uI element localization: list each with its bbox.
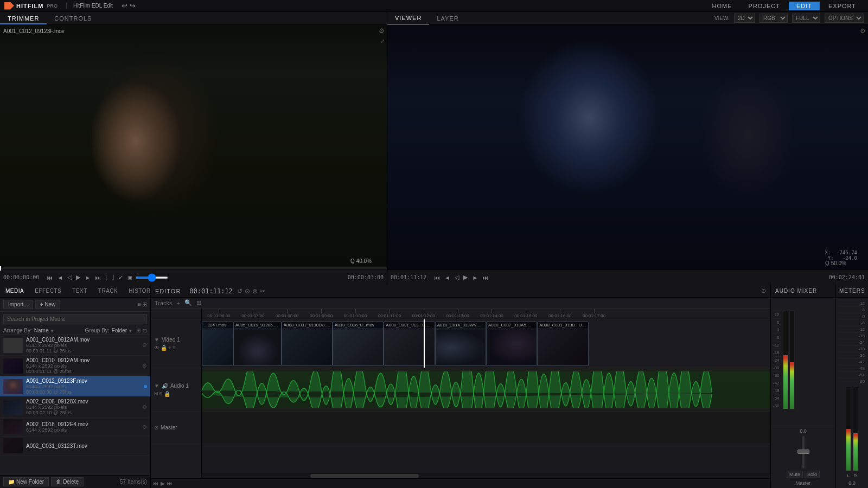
video-clip[interactable]: A008_C031_913D...U.mov — [537, 322, 588, 366]
trimmer-btn-overwrite[interactable]: ▣ — [126, 275, 133, 280]
trimmer-btn-play[interactable]: ▶ — [75, 274, 81, 281]
tab-viewer[interactable]: VIEWER — [387, 11, 429, 25]
trimmer-btn-to-end[interactable]: ⏭ — [94, 274, 102, 281]
video-track-toggle[interactable]: ▼ — [154, 337, 159, 343]
trimmer-btn-prev-frame[interactable]: ◄ — [56, 274, 64, 281]
tab-media[interactable]: MEDIA — [0, 285, 29, 298]
full-select[interactable]: FULLHALF — [792, 14, 820, 23]
viewer-btn-play[interactable]: ▶ — [462, 274, 469, 281]
editor-icon-snap[interactable]: ⊙ — [245, 287, 250, 295]
viewer-settings-icon[interactable]: ⚙ — [860, 27, 866, 35]
fader-handle[interactable] — [797, 450, 809, 454]
mute-button[interactable]: Mute — [787, 471, 803, 478]
audio-track-mute[interactable]: M — [154, 391, 158, 397]
solo-button[interactable]: Solo — [805, 471, 820, 478]
nav-edit[interactable]: EDIT — [789, 2, 820, 10]
timeline-btn-play[interactable]: ▶ — [161, 480, 165, 486]
video-track-add[interactable]: + — [168, 345, 171, 351]
import-button[interactable]: Import... — [3, 300, 33, 309]
editor-icon-loop[interactable]: ↺ — [237, 287, 242, 295]
trimmer-btn-play-back[interactable]: ◁ — [66, 274, 73, 281]
timeline-btn-rewind[interactable]: ⏮ — [153, 480, 158, 486]
trimmer-btn-next-frame[interactable]: ► — [84, 274, 92, 281]
trimmer-btn-mark-out[interactable]: ⌋ — [111, 274, 115, 281]
arrange-value[interactable]: Name — [34, 328, 49, 333]
list-item-selected[interactable]: A001_C012_09123F.mov 6144 x 2592 pixels … — [0, 376, 150, 397]
viewer-btn-to-start[interactable]: ⏮ — [433, 274, 441, 281]
tab-text[interactable]: TEXT — [67, 285, 93, 298]
timeline-btn-tracks[interactable]: Tracks — [153, 300, 174, 306]
audio-track-row — [202, 368, 770, 412]
tab-trimmer[interactable]: TRIMMER — [0, 12, 47, 24]
delete-button[interactable]: 🗑 Delete — [51, 477, 84, 486]
arrange-dropdown-icon[interactable]: ▾ — [51, 328, 54, 333]
video-clip[interactable]: A010_C014_313WV.mov — [435, 322, 486, 366]
video-track-lock[interactable]: 🔒 — [161, 345, 167, 351]
list-view-icon[interactable]: ≡ — [138, 301, 141, 308]
list-item[interactable]: A002_C031_03123T.mov — [0, 436, 150, 455]
video-clip[interactable]: ...124T.mov — [202, 322, 233, 366]
tab-layer[interactable]: LAYER — [429, 12, 466, 25]
editor-close[interactable]: ⊙ — [761, 287, 766, 294]
trimmer-volume-slider[interactable] — [136, 277, 168, 279]
audio-track-solo[interactable]: S — [159, 391, 163, 397]
view-mode-select[interactable]: 2D3D — [734, 14, 755, 23]
list-item[interactable]: A001_C010_0912AM.mov 6144 x 2592 pixels … — [0, 335, 150, 356]
tab-controls[interactable]: CONTROLS — [47, 12, 99, 24]
audio-track-toggle[interactable]: ▼ — [154, 383, 159, 389]
timeline-ruler[interactable]: 00:01:06:00 00:01:07:00 00:01:08:00 00:0… — [202, 309, 770, 319]
media-icon-settings[interactable]: ⚙ — [142, 424, 147, 430]
trimmer-expand-icon[interactable]: ⤢ — [380, 38, 385, 44]
timeline-scrollbar[interactable] — [202, 473, 770, 478]
trimmer-btn-insert[interactable]: ↙ — [117, 274, 124, 281]
new-button[interactable]: + New — [35, 300, 61, 309]
trimmer-playbar[interactable] — [0, 267, 387, 269]
media-icon-settings[interactable]: ⚙ — [142, 404, 147, 410]
list-item[interactable]: A002_C018_0912E4.mov 6144 x 2592 pixels … — [0, 418, 150, 436]
editor-icon-magnet[interactable]: ⊗ — [252, 287, 258, 295]
viewer-btn-play-back[interactable]: ◁ — [454, 274, 460, 281]
search-input[interactable] — [3, 314, 147, 324]
list-item[interactable]: A002_C008_09128X.mov 6144 x 2592 pixels … — [0, 397, 150, 418]
audio-track-lock[interactable]: 🔒 — [164, 391, 170, 397]
viewer-btn-to-end[interactable]: ⏭ — [481, 274, 489, 281]
options-select[interactable]: OPTIONS — [825, 14, 864, 23]
media-icon-settings[interactable]: ⚙ — [142, 342, 147, 348]
new-folder-button[interactable]: 📁 New Folder — [3, 477, 49, 486]
trimmer-btn-mark-in[interactable]: ⌊ — [104, 274, 108, 281]
video-clip[interactable]: A008_C031_9130DU.mov — [282, 322, 333, 366]
trimmer-btn-to-start[interactable]: ⏮ — [46, 274, 54, 281]
video-clip[interactable]: A010_C007_913A5.mov — [486, 322, 537, 366]
video-clip[interactable]: A008_C031_913...U.mov — [384, 322, 435, 366]
group-dropdown-icon[interactable]: ▾ — [129, 328, 132, 333]
timeline-scrollbar-thumb[interactable] — [310, 474, 419, 478]
media-meta2: 00:00:01:11 @ 25fps — [26, 348, 142, 354]
viewer-btn-next[interactable]: ► — [471, 274, 479, 281]
media-icon-settings[interactable]: ⚙ — [142, 363, 147, 369]
group-value[interactable]: Folder — [112, 328, 127, 333]
items-count-icon[interactable]: ⊞ — [136, 328, 141, 333]
nav-project[interactable]: PROJECT — [741, 2, 788, 10]
tab-effects[interactable]: EFFECTS — [29, 285, 67, 298]
list-item[interactable]: A001_C010_0912AM.mov 6144 x 2592 pixels … — [0, 356, 150, 376]
nav-home[interactable]: HOME — [705, 2, 740, 10]
db-mark: -24 — [773, 356, 781, 364]
trimmer-settings-icon[interactable]: ⚙ — [379, 27, 385, 35]
timeline-btn-fwd[interactable]: ⏭ — [167, 480, 173, 486]
nav-export[interactable]: EXPORT — [821, 2, 864, 10]
video-track-solo[interactable]: S — [173, 345, 176, 351]
viewer-btn-prev[interactable]: ◄ — [443, 274, 451, 281]
count-icon2[interactable]: ⊡ — [143, 328, 147, 333]
video-clip[interactable]: A005_C019_91286.mov — [233, 322, 282, 366]
timeline-zoom-in[interactable]: 🔍 — [183, 299, 194, 306]
timeline-zoom-fit[interactable]: ⊞ — [195, 299, 203, 306]
color-mode-select[interactable]: RGBAlpha — [760, 14, 788, 23]
video-clip[interactable]: A010_C016_8...mov — [333, 322, 384, 366]
redo-button[interactable]: ↪ — [130, 2, 136, 10]
tab-track[interactable]: TRACK — [93, 285, 123, 298]
editor-icon-razor[interactable]: ✂ — [260, 287, 265, 295]
video-track-eye[interactable]: 👁 — [154, 345, 159, 351]
grid-view-icon[interactable]: ⊞ — [142, 301, 147, 308]
undo-button[interactable]: ↩ — [122, 2, 127, 10]
timeline-add-track[interactable]: + — [175, 300, 182, 306]
